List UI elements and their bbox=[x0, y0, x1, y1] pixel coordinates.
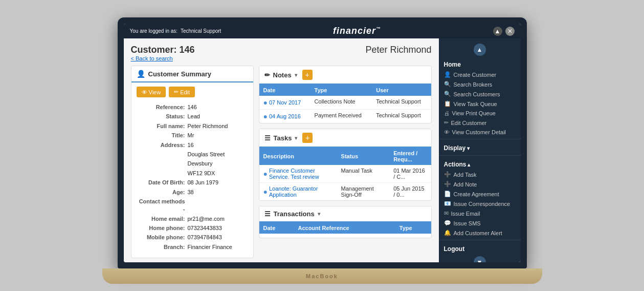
task-description[interactable]: ●Loanote: Guarantor Application bbox=[259, 183, 337, 201]
view-button[interactable]: 👁 View bbox=[137, 87, 166, 97]
nav-action-create-agreement[interactable]: 📄Create Agreement bbox=[439, 189, 521, 199]
detail-label: Contact methods - bbox=[137, 198, 188, 214]
two-col-layout: 👤 Customer Summary 👁 View ✏ bbox=[131, 66, 432, 258]
detail-label: Home email: bbox=[137, 215, 188, 223]
transactions-icon: ☰ bbox=[264, 210, 271, 218]
nav-divider-1 bbox=[439, 139, 521, 139]
task-status: Management Sign-Off bbox=[337, 183, 390, 201]
content-area: Customer: 146 < Back to search Peter Ric… bbox=[124, 38, 439, 262]
nav-item-edit-customer[interactable]: ✏Edit Customer bbox=[439, 118, 521, 128]
nav-item-label: Issue Email bbox=[451, 211, 480, 217]
detail-label: Full name: bbox=[137, 122, 188, 130]
transactions-table: Date Account Reference Type bbox=[259, 222, 431, 238]
nav-home-title: Home bbox=[439, 58, 521, 70]
laptop-screen: You are logged in as: Technical Support … bbox=[124, 24, 521, 262]
tasks-dropdown-arrow[interactable]: ▾ bbox=[295, 135, 297, 141]
close-icon[interactable]: ✕ bbox=[505, 27, 515, 36]
link-dot: ● bbox=[263, 188, 268, 196]
nav-item-view-print-queue[interactable]: 🖨View Print Queue bbox=[439, 109, 521, 118]
task-description[interactable]: ●Finance Customer Service. Test review bbox=[259, 165, 337, 183]
task-entered: 01 Mar 2016 / C... bbox=[389, 165, 431, 183]
notes-col-user: User bbox=[372, 85, 431, 96]
nav-action-add-customer-alert[interactable]: 🔔Add Customer Alert bbox=[439, 228, 521, 238]
detail-row: Status:Lead bbox=[137, 113, 248, 120]
detail-value: Peter Richmond bbox=[188, 122, 228, 130]
eye-icon: 👁 bbox=[444, 129, 450, 135]
laptop-wrapper: You are logged in as: Technical Support … bbox=[102, 7, 542, 284]
add-icon: ➕ bbox=[444, 171, 451, 178]
nav-display-title[interactable]: Display bbox=[439, 141, 521, 153]
nav-scroll-down-button[interactable]: ▼ bbox=[474, 256, 486, 262]
tasks-row: ●Loanote: Guarantor Application Manageme… bbox=[259, 183, 431, 201]
nav-item-view-task-queue[interactable]: 📋View Task Queue bbox=[439, 99, 521, 109]
detail-value: pr21@me.com bbox=[188, 215, 225, 223]
tasks-row: ●Finance Customer Service. Test review M… bbox=[259, 165, 431, 183]
customer-title-block: Customer: 146 < Back to search bbox=[131, 45, 195, 61]
nav-scroll-up-button[interactable]: ▲ bbox=[474, 44, 486, 56]
nav-action-issue-correspondence[interactable]: 📧Issue Correspondence bbox=[439, 199, 521, 209]
trans-col-type: Type bbox=[395, 222, 431, 234]
print-icon: 🖨 bbox=[444, 110, 450, 116]
detail-row: Reference:146 bbox=[137, 103, 248, 111]
notes-date[interactable]: ●07 Nov 2017 bbox=[259, 96, 310, 110]
detail-label: Date Of Birth: bbox=[137, 179, 188, 186]
nav-item-label: Search Brokers bbox=[454, 81, 493, 88]
detail-value: 16 bbox=[188, 141, 194, 149]
detail-row: Dewsbury bbox=[137, 160, 248, 168]
notes-type: Payment Received bbox=[310, 110, 372, 123]
detail-value: 08 Jun 1979 bbox=[188, 179, 219, 186]
detail-value: 07394784843 bbox=[188, 234, 222, 241]
detail-label bbox=[137, 170, 188, 177]
nav-item-label: View Customer Detail bbox=[452, 129, 506, 135]
nav-divider-2 bbox=[439, 155, 521, 156]
trans-col-ref: Account Reference bbox=[294, 222, 395, 234]
transactions-header: ☰ Transactions ▾ bbox=[259, 206, 431, 222]
add-task-button[interactable]: + bbox=[302, 133, 313, 143]
laptop-base-label: MacBook bbox=[306, 273, 338, 279]
detail-value: 38 bbox=[188, 189, 194, 196]
notes-dropdown-arrow[interactable]: ▾ bbox=[295, 72, 297, 78]
detail-row: Age:38 bbox=[137, 189, 248, 196]
nav-item-label: Search Customers bbox=[454, 91, 500, 97]
tasks-col-entered: Entered / Requ... bbox=[389, 148, 431, 165]
nav-item-view-customer-detail[interactable]: 👁View Customer Detail bbox=[439, 128, 521, 137]
detail-label: Branch: bbox=[137, 243, 188, 251]
nav-logout-title[interactable]: Logout bbox=[439, 242, 521, 254]
detail-label: Address: bbox=[137, 141, 188, 149]
notes-user: Technical Support bbox=[372, 96, 431, 110]
nav-actions-title[interactable]: Actions bbox=[439, 158, 521, 170]
nav-item-label: Create Customer bbox=[454, 72, 497, 78]
tasks-col-status: Status bbox=[337, 148, 390, 165]
nav-item-label: View Print Queue bbox=[452, 110, 496, 116]
notes-date[interactable]: ●04 Aug 2016 bbox=[259, 110, 310, 123]
detail-row: Mobile phone:07394784843 bbox=[137, 234, 248, 241]
customer-details: Reference:146Status:LeadFull name:Peter … bbox=[131, 101, 253, 258]
nav-action-issue-sms[interactable]: 💬Issue SMS bbox=[439, 218, 521, 228]
scroll-up-icon[interactable]: ▲ bbox=[493, 27, 502, 36]
nav-item-create-customer[interactable]: 👤Create Customer bbox=[439, 70, 521, 79]
tasks-table: Description Status Entered / Requ... ●Fi… bbox=[259, 148, 431, 200]
nav-action-issue-email[interactable]: ✉Issue Email bbox=[439, 209, 521, 218]
transactions-dropdown-arrow[interactable]: ▾ bbox=[318, 211, 320, 217]
back-link[interactable]: < Back to search bbox=[131, 55, 195, 61]
edit-button[interactable]: ✏ Edit bbox=[169, 87, 195, 97]
nav-item-label: View Task Queue bbox=[454, 101, 497, 107]
brand-logo: financier™ bbox=[333, 26, 381, 36]
person-icon: 👤 bbox=[444, 71, 451, 78]
nav-action-add-note[interactable]: ➕Add Note bbox=[439, 179, 521, 189]
sms-icon: 💬 bbox=[444, 220, 451, 226]
detail-row: Contact methods - bbox=[137, 198, 248, 214]
edit-icon: ✏ bbox=[444, 119, 449, 126]
nav-action-add-task[interactable]: ➕Add Task bbox=[439, 170, 521, 179]
detail-row: Full name:Peter Richmond bbox=[137, 122, 248, 130]
nav-item-search-brokers[interactable]: 🔍Search Brokers bbox=[439, 79, 521, 89]
search-icon: 🔍 bbox=[444, 81, 451, 88]
panel-actions: 👁 View ✏ Edit bbox=[131, 82, 253, 101]
nav-item-search-customers[interactable]: 🔍Search Customers bbox=[439, 89, 521, 99]
top-bar-icons: ▲ ✕ bbox=[493, 27, 515, 36]
detail-row: Douglas Street bbox=[137, 151, 248, 158]
detail-row: Date Of Birth:08 Jun 1979 bbox=[137, 179, 248, 186]
add-note-button[interactable]: + bbox=[302, 70, 313, 80]
customer-name: Peter Richmond bbox=[365, 45, 431, 55]
laptop-base: MacBook bbox=[102, 268, 542, 284]
